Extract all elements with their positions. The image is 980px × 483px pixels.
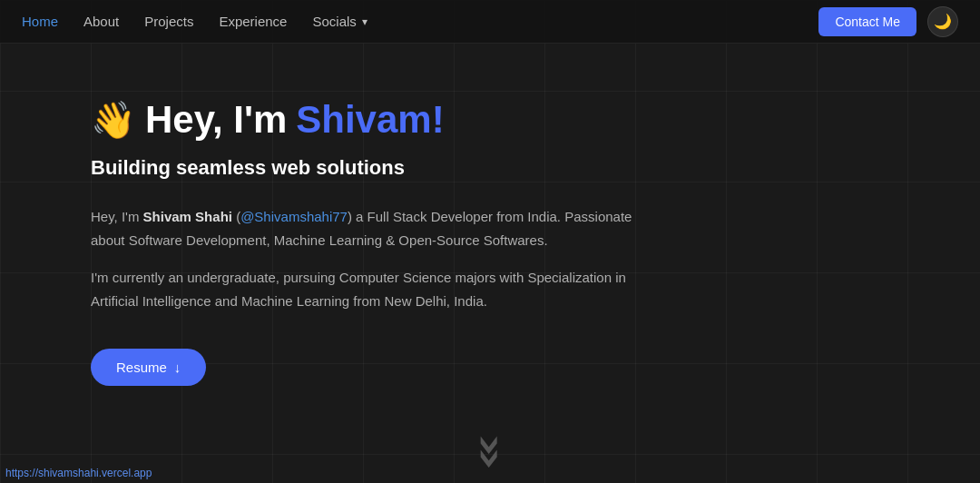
hero-tagline: Building seamless web solutions: [91, 156, 980, 180]
nav-experience[interactable]: Experience: [219, 14, 287, 29]
hero-greeting: 👋 Hey, I'm Shivam!: [91, 98, 980, 142]
nav-links: Home About Projects Experience Socials ▾: [22, 14, 818, 29]
contact-button[interactable]: Contact Me: [818, 7, 916, 36]
chevron-down-icon: ▾: [362, 15, 368, 28]
nav-projects[interactable]: Projects: [144, 14, 193, 29]
navbar: Home About Projects Experience Socials ▾…: [0, 0, 980, 44]
hero-section: 👋 Hey, I'm Shivam! Building seamless web…: [0, 44, 980, 386]
hero-bio-1: Hey, I'm Shivam Shahi (@Shivamshahi77) a…: [91, 205, 653, 251]
status-bar-url: https://shivamshahi.vercel.app: [0, 463, 157, 483]
download-icon: ↓: [174, 360, 181, 375]
hero-bio-2: I'm currently an undergraduate, pursuing…: [91, 266, 653, 312]
nav-about[interactable]: About: [83, 14, 119, 29]
hero-name: Shivam!: [296, 98, 444, 142]
nav-socials-dropdown[interactable]: Socials ▾: [312, 14, 367, 29]
nav-home[interactable]: Home: [22, 14, 58, 29]
theme-toggle-button[interactable]: 🌙: [927, 6, 958, 37]
scroll-indicator: ❯❯: [484, 439, 497, 465]
greeting-prefix: Hey, I'm: [145, 98, 287, 142]
resume-label: Resume: [116, 360, 167, 375]
wave-emoji: 👋: [91, 99, 136, 142]
bio-bold-name: Shivam Shahi: [143, 209, 232, 224]
resume-button[interactable]: Resume ↓: [91, 349, 206, 386]
nav-socials-label: Socials: [312, 14, 356, 29]
bio-twitter-link[interactable]: @Shivamshahi77: [240, 209, 348, 224]
nav-right: Contact Me 🌙: [818, 6, 958, 37]
